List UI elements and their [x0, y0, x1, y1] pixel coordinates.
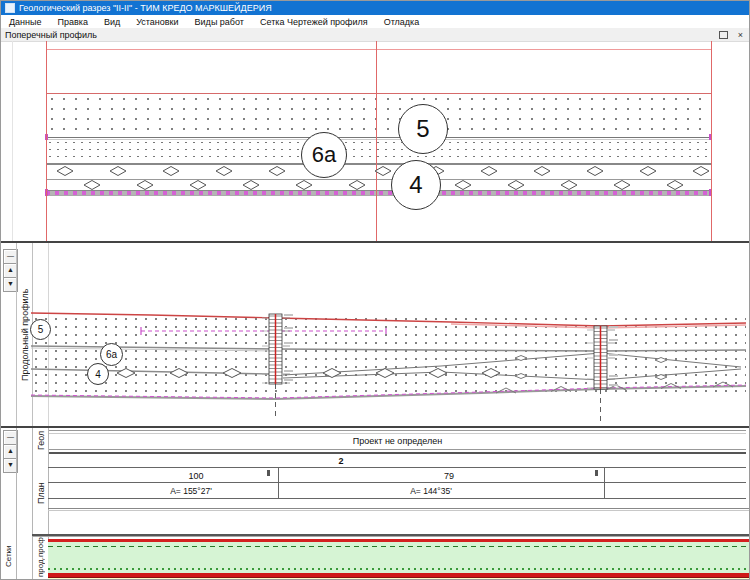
grid-line [48, 498, 746, 499]
distance-value: 79 [444, 471, 454, 481]
grid-column-divider [278, 467, 279, 498]
app-icon [5, 3, 15, 13]
grids-top-border-echo [32, 536, 750, 537]
cross-section-diamonds-layer [1, 41, 750, 243]
azimuth-value: А= 144°35' [410, 486, 452, 496]
cross-section-title: Поперечный профиль [1, 30, 719, 40]
longitudinal-grid-label: прод.проф. [36, 536, 45, 578]
stratum-label-circle-6a: 6а [100, 343, 123, 366]
cell-end-marker-icon [595, 470, 598, 476]
sidebar-divider [16, 428, 17, 580]
km-value: 2 [338, 456, 343, 466]
distance-value: 100 [188, 471, 203, 481]
grid-green-band[interactable] [48, 542, 750, 573]
green-dotted-line [48, 568, 750, 570]
plan-tab[interactable]: План [33, 454, 48, 533]
close-icon[interactable]: × [738, 32, 743, 38]
longitudinal-profile-canvas[interactable] [1, 243, 750, 426]
grid-line [48, 467, 746, 468]
distance-cell-1[interactable]: 100 [141, 471, 251, 481]
grid-column-divider [604, 467, 605, 498]
menu-item-vid[interactable]: Вид [96, 17, 128, 27]
up-arrow-icon: ▲ [7, 447, 14, 454]
stratum-number: 6а [106, 349, 117, 360]
stratum-number: 4 [409, 171, 422, 199]
grids-label: Сетки [4, 546, 13, 568]
stratum-number: 5 [38, 324, 44, 335]
green-dashed-line [48, 546, 750, 548]
float-panel-icon[interactable] [719, 31, 728, 39]
menu-item-dannye[interactable]: Данные [1, 17, 50, 27]
title-bar[interactable]: Геологический разрез "II-II" - ТИМ КРЕДО… [1, 1, 750, 15]
project-status-text: Проект не определен [49, 436, 746, 446]
stratum-label-circle-5: 5 [30, 319, 51, 340]
stratum-label-circle-4: 4 [391, 160, 441, 210]
stratum-number: 6а [312, 142, 336, 168]
menu-item-setka-chertezhey[interactable]: Сетка Чертежей профиля [252, 17, 376, 27]
distance-cell-2[interactable]: 79 [394, 471, 504, 481]
bar-border [49, 430, 746, 431]
grid-line [48, 510, 750, 511]
km-cell[interactable]: 2 [331, 456, 351, 466]
grid-line [48, 482, 746, 483]
collapse-glyph: — [7, 433, 14, 440]
stratum-label-circle-6a: 6а [301, 132, 347, 178]
geol-tab[interactable]: Геол [33, 428, 48, 453]
menu-item-pravka[interactable]: Правка [50, 17, 96, 27]
azimuth-cell-2[interactable]: А= 144°35' [376, 486, 486, 496]
bar-border [49, 433, 746, 434]
stratum-label-circle-4: 4 [87, 363, 109, 385]
menu-item-ustanovki[interactable]: Установки [128, 17, 186, 27]
menu-item-otladka[interactable]: Отладка [376, 17, 428, 27]
down-arrow-icon: ▼ [7, 461, 14, 468]
bar-border [49, 449, 746, 450]
cross-section-caption-bar: Поперечный профиль × [1, 28, 750, 42]
cross-section-canvas[interactable]: 5 6а 4 [1, 41, 750, 243]
azimuth-cell-1[interactable]: А= 155°27' [136, 486, 246, 496]
grids-area: — ▲ ▼ Геол План Сетки прод.проф. Проект … [1, 428, 750, 580]
cell-end-marker-icon [267, 470, 270, 476]
grids-tab[interactable]: Сетки [1, 532, 15, 580]
grid-line [48, 508, 750, 509]
stratum-number: 4 [95, 369, 101, 380]
geol-label: Геол [36, 431, 46, 450]
longitudinal-profile-section: — ▲ ▼ Продольный профиль 5 6а 4 [1, 243, 750, 426]
menu-item-vidy-rabot[interactable]: Виды работ [187, 17, 252, 27]
plan-label: План [36, 483, 46, 505]
project-status-value: Проект не определен [353, 436, 443, 446]
menu-bar: Данные Правка Вид Установки Виды работ С… [1, 15, 750, 29]
application-window: Геологический разрез "II-II" - ТИМ КРЕДО… [0, 0, 750, 580]
stratum-label-circle-5: 5 [398, 104, 448, 154]
stratum-number: 5 [416, 115, 429, 143]
azimuth-value: А= 155°27' [170, 486, 212, 496]
bar-border [49, 452, 746, 454]
window-title: Геологический разрез "II-II" - ТИМ КРЕДО… [19, 3, 272, 13]
longitudinal-grid-tab[interactable]: прод.проф. [33, 532, 48, 580]
